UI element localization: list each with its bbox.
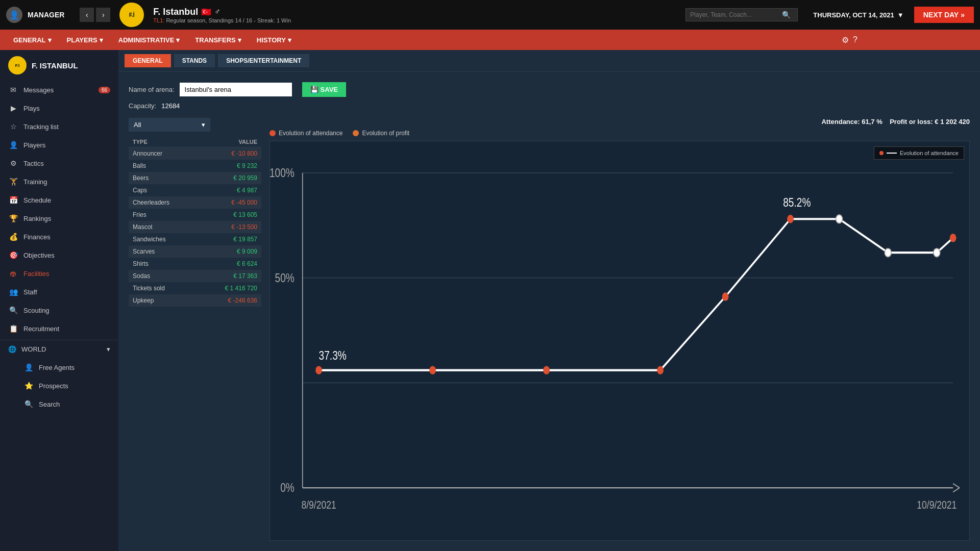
sidebar-item-messages[interactable]: ✉ Messages 66	[0, 81, 118, 99]
legend-attendance-label: Evolution of attendance	[279, 130, 342, 137]
svg-text:37.3%: 37.3%	[319, 348, 347, 363]
legend-box-label: Evolution of attendance	[900, 150, 959, 156]
table-body: Announcer€ -10 800Balls€ 9 232Beers€ 20 …	[129, 147, 261, 307]
row-value: € 4 987	[196, 187, 257, 194]
schedule-icon: 📅	[8, 196, 18, 204]
svg-point-18	[722, 292, 729, 300]
next-day-label: NEXT DAY	[923, 11, 959, 19]
svg-rect-0	[270, 141, 969, 540]
nav-general[interactable]: GENERAL ▾	[6, 32, 59, 48]
sidebar-item-finances[interactable]: 💰 Finances	[0, 228, 118, 246]
nav-players[interactable]: PLAYERS ▾	[60, 32, 110, 48]
sidebar-team-name: F. ISTANBUL	[32, 61, 78, 70]
sidebar-item-plays[interactable]: ▶ Plays	[0, 99, 118, 117]
filter-dropdown[interactable]: All ▾	[129, 118, 210, 132]
attendance-value: 61,7 %	[862, 118, 882, 126]
sidebar-item-objectives[interactable]: 🎯 Objectives	[0, 246, 118, 264]
nav-forward[interactable]: ›	[96, 8, 110, 22]
players-icon: 👤	[8, 141, 18, 149]
search-icon[interactable]: 🔍	[782, 11, 791, 19]
chart-legend: Evolution of attendance Evolution of pro…	[270, 130, 970, 137]
sidebar-item-players[interactable]: 👤 Players	[0, 136, 118, 154]
sidebar: F.İ F. ISTANBUL ✉ Messages 66 ▶ Plays ☆ …	[0, 50, 118, 551]
sidebar-world[interactable]: 🌐 WORLD ▾	[0, 340, 118, 358]
sidebar-item-tactics[interactable]: ⚙ Tactics	[0, 154, 118, 172]
svg-point-21	[885, 248, 891, 257]
help-icon[interactable]: ?	[853, 35, 857, 45]
arena-form: Name of arena: 💾 SAVE Capacity: 12684	[129, 82, 970, 110]
svg-text:10/9/2021: 10/9/2021	[917, 498, 957, 511]
search-input[interactable]	[690, 11, 782, 18]
attendance-label: Attendance:	[821, 118, 860, 126]
top-bar: 👤 MANAGER ‹ › F.İ F. Istanbul 🇹🇷 ♂ TL1: …	[0, 0, 980, 30]
capacity-value: 12684	[161, 102, 180, 110]
settings-icon[interactable]: ⚙	[842, 35, 849, 45]
team-logo: F.İ	[119, 3, 144, 27]
current-date: THURSDAY, OCT 14, 2021	[813, 11, 894, 19]
sidebar-item-free-agents[interactable]: 👤 Free Agents	[0, 358, 118, 377]
tracking-icon: ☆	[8, 122, 18, 131]
profit-value: € 1 202 420	[935, 118, 970, 126]
svg-point-17	[657, 366, 664, 374]
svg-point-20	[836, 215, 843, 223]
next-day-arrow: »	[961, 11, 965, 19]
nav-back[interactable]: ‹	[80, 8, 94, 22]
row-type: Scarves	[133, 248, 196, 255]
data-table-section: All ▾ TYPE VALUE Announcer€ -10 800Balls…	[129, 118, 261, 541]
nav-transfers[interactable]: TRANSFERS ▾	[188, 32, 248, 48]
sidebar-item-staff[interactable]: 👥 Staff	[0, 283, 118, 301]
manager-avatar: 👤	[6, 7, 22, 23]
legend-profit: Evolution of profit	[353, 130, 409, 137]
search-bar: 🔍	[685, 8, 798, 21]
sidebar-item-facilities[interactable]: 🏟 Facilities	[0, 264, 118, 283]
nav-bar: GENERAL ▾ PLAYERS ▾ ADMINISTRATIVE ▾ TRA…	[0, 30, 980, 50]
row-value: € 17 363	[196, 272, 257, 280]
svg-point-14	[315, 366, 322, 374]
table-row: Fries€ 13 605	[129, 209, 261, 221]
sidebar-item-training[interactable]: 🏋 Training	[0, 172, 118, 191]
objectives-icon: 🎯	[8, 251, 18, 259]
row-type: Fries	[133, 211, 196, 218]
row-type: Caps	[133, 187, 196, 194]
date-dropdown-icon[interactable]: ▼	[897, 11, 904, 19]
svg-point-19	[787, 215, 794, 223]
capacity-label: Capacity:	[129, 102, 156, 110]
svg-text:0%: 0%	[280, 481, 295, 495]
team-status: Regular season, Standings 14 / 16 - Stre…	[166, 17, 291, 23]
sidebar-item-recruitment[interactable]: 📋 Recruitment	[0, 319, 118, 338]
sidebar-item-prospects[interactable]: ⭐ Prospects	[0, 377, 118, 395]
sidebar-item-schedule[interactable]: 📅 Schedule	[0, 191, 118, 209]
legend-box-line	[887, 153, 897, 154]
nav-administrative[interactable]: ADMINISTRATIVE ▾	[111, 32, 187, 48]
arena-name-input[interactable]	[180, 83, 292, 96]
row-value: € -13 500	[196, 223, 257, 231]
sub-nav-general[interactable]: GENERAL	[125, 54, 171, 67]
row-type: Sodas	[133, 272, 196, 280]
sidebar-item-rankings[interactable]: 🏆 Rankings	[0, 209, 118, 228]
row-value: € 9 009	[196, 248, 257, 255]
team-subtitle: TL1: Regular season, Standings 14 / 16 -…	[153, 17, 291, 23]
main-content: GENERAL STANDS SHOPS/ENTERTAINMENT Name …	[118, 50, 980, 551]
training-icon: 🏋	[8, 178, 18, 186]
row-value: € 13 605	[196, 211, 257, 218]
save-button[interactable]: 💾 SAVE	[302, 82, 346, 97]
sub-nav-stands[interactable]: STANDS	[174, 54, 215, 67]
messages-icon: ✉	[8, 86, 18, 94]
sub-nav-shops[interactable]: SHOPS/ENTERTAINMENT	[218, 54, 309, 67]
arena-name-row: Name of arena: 💾 SAVE	[129, 82, 970, 97]
row-value: € -246 636	[196, 297, 257, 304]
nav-history[interactable]: HISTORY ▾	[250, 32, 299, 48]
next-day-button[interactable]: NEXT DAY »	[914, 7, 974, 23]
sidebar-team[interactable]: F.İ F. ISTANBUL	[0, 50, 118, 81]
sidebar-item-search[interactable]: 🔍 Search	[0, 395, 118, 413]
sidebar-item-tracking-list[interactable]: ☆ Tracking list	[0, 117, 118, 136]
chart-wrapper: Evolution of attendance 100%	[270, 141, 970, 541]
world-icon: 🌐	[8, 345, 16, 353]
layout: F.İ F. ISTANBUL ✉ Messages 66 ▶ Plays ☆ …	[0, 50, 980, 551]
attendance-chart: 100% 50% 0% 8/9/2021 10/9/2021	[270, 141, 969, 540]
svg-text:8/9/2021: 8/9/2021	[301, 498, 336, 511]
sidebar-item-scouting[interactable]: 🔍 Scouting	[0, 301, 118, 319]
name-form-group: Name of arena:	[129, 83, 292, 96]
row-type: Mascot	[133, 223, 196, 231]
legend-profit-dot	[353, 130, 359, 136]
